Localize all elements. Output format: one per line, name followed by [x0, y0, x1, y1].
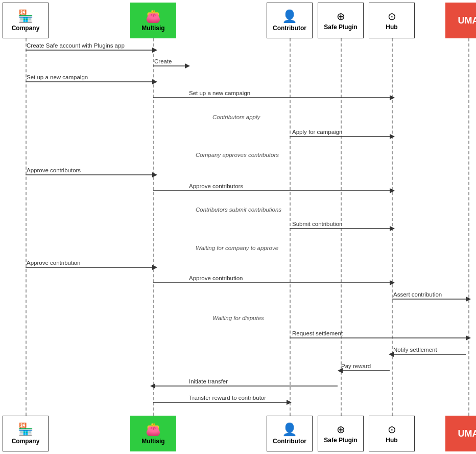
actor-safeplugin-bottom: ⊕ Safe Plugin	[318, 416, 364, 451]
label-m2: Create	[154, 58, 172, 64]
multisig-label-bottom: Multisig	[141, 438, 164, 445]
arrow-m21	[287, 400, 292, 405]
actor-multisig-top: 👛 Multisig	[130, 3, 176, 38]
actor-safeplugin-top: ⊕ Safe Plugin	[318, 3, 364, 38]
label-m10: Contributors submit contributions	[196, 207, 281, 213]
safeplugin-label-top: Safe Plugin	[324, 24, 357, 31]
label-m14: Approve contribution	[189, 275, 243, 281]
actor-company-top: 🏪 Company	[3, 3, 49, 38]
hub-label-top: Hub	[386, 24, 397, 31]
actor-uma-top: UMA	[445, 3, 476, 38]
messages-svg: Create Safe account with Plugins app Cre…	[0, 0, 476, 454]
company-label-top: Company	[12, 25, 40, 32]
actor-hub-top: ⊙ Hub	[369, 3, 415, 38]
safeplugin-icon-bottom: ⊕	[337, 423, 345, 436]
label-m13: Approve contribution	[27, 260, 80, 266]
label-m5: Contributors apply	[212, 114, 261, 120]
company-box-bottom: 🏪 Company	[3, 416, 49, 451]
hub-box-top: ⊙ Hub	[369, 3, 415, 38]
hub-icon-bottom: ⊙	[388, 423, 396, 436]
label-m18: Notify settlement	[393, 347, 437, 353]
actor-hub-bottom: ⊙ Hub	[369, 416, 415, 451]
label-m4: Set up a new campaign	[189, 90, 250, 96]
label-m11: Submit contribution	[292, 221, 342, 227]
arrow-m19	[338, 368, 343, 373]
multisig-box-top: 👛 Multisig	[130, 3, 176, 38]
safeplugin-label-bottom: Safe Plugin	[324, 437, 357, 444]
label-m16: Waiting for disputes	[212, 315, 264, 321]
uma-label-top: UMA	[458, 15, 477, 26]
arrow-m18	[389, 352, 394, 357]
label-m17: Request settlement	[292, 330, 343, 336]
company-icon-bottom: 🏪	[18, 422, 33, 437]
label-m7: Company approves contributors	[196, 152, 279, 158]
actor-company-bottom: 🏪 Company	[3, 416, 49, 451]
uma-box-top: UMA	[445, 3, 476, 38]
label-m3: Set up a new campaign	[27, 74, 88, 80]
contributor-box-top: 👤 Contributor	[267, 3, 313, 38]
diagram-container: 🏪 Company 👛 Multisig 👤 Contributor ⊕ Saf…	[0, 0, 476, 454]
company-box-top: 🏪 Company	[3, 3, 49, 38]
lifeline-company	[26, 38, 27, 416]
lifeline-multisig	[153, 38, 154, 416]
hub-box-bottom: ⊙ Hub	[369, 416, 415, 451]
hub-label-bottom: Hub	[386, 437, 397, 444]
contributor-label-top: Contributor	[273, 25, 306, 32]
label-m6: Apply for campaign	[292, 129, 342, 135]
label-m1: Create Safe account with Plugins app	[27, 42, 125, 49]
contributor-icon-bottom: 👤	[282, 422, 297, 437]
lifeline-safeplugin	[341, 38, 342, 416]
actor-contributor-bottom: 👤 Contributor	[267, 416, 313, 451]
lifeline-uma	[468, 38, 469, 416]
safeplugin-box-top: ⊕ Safe Plugin	[318, 3, 364, 38]
lifeline-hub	[392, 38, 393, 416]
arrow-m20	[150, 383, 155, 389]
safeplugin-icon-top: ⊕	[337, 10, 345, 22]
safeplugin-box-bottom: ⊕ Safe Plugin	[318, 416, 364, 451]
uma-box-bottom: UMA	[445, 416, 476, 451]
uma-label-bottom: UMA	[458, 428, 477, 439]
label-m21: Transfer reward to contributor	[189, 395, 266, 401]
label-m8: Approve contributors	[27, 167, 81, 173]
actor-uma-bottom: UMA	[445, 416, 476, 451]
actor-multisig-bottom: 👛 Multisig	[130, 416, 176, 451]
label-m20: Initiate transfer	[189, 378, 228, 384]
actor-contributor-top: 👤 Contributor	[267, 3, 313, 38]
label-m15: Assert contribution	[393, 291, 442, 298]
contributor-box-bottom: 👤 Contributor	[267, 416, 313, 451]
multisig-box-bottom: 👛 Multisig	[130, 416, 176, 451]
label-m19: Pay reward	[341, 363, 371, 369]
label-m12: Waiting for company to approve	[196, 245, 278, 251]
hub-icon-top: ⊙	[388, 10, 396, 22]
multisig-icon-bottom: 👛	[146, 422, 161, 437]
arrow-m2	[185, 63, 190, 69]
company-icon-top: 🏪	[18, 9, 33, 24]
company-label-bottom: Company	[12, 438, 40, 445]
contributor-icon-top: 👤	[282, 9, 297, 24]
label-m9: Approve contributors	[189, 183, 243, 189]
contributor-label-bottom: Contributor	[273, 438, 306, 445]
multisig-icon-top: 👛	[146, 9, 161, 24]
multisig-label-top: Multisig	[141, 25, 164, 32]
lifeline-contributor	[290, 38, 291, 416]
